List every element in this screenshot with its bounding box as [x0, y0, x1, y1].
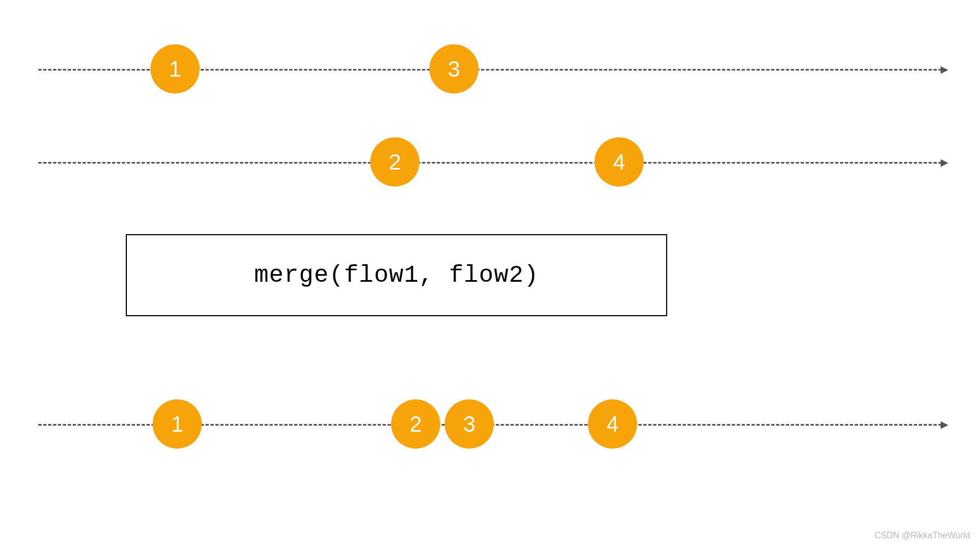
timeline-flow2	[38, 162, 942, 164]
marble-label: 3	[448, 57, 460, 82]
operator-box: merge(flow1, flow2)	[126, 234, 667, 316]
operator-label: merge(flow1, flow2)	[254, 262, 539, 289]
marble-label: 2	[389, 150, 401, 175]
marble-output-4: 4	[588, 399, 637, 449]
marble-label: 4	[606, 412, 619, 437]
marble-flow2-2: 2	[370, 137, 419, 187]
arrow-icon	[941, 66, 948, 74]
marble-output-3: 3	[445, 399, 494, 449]
marble-output-2: 2	[391, 399, 440, 449]
marble-flow1-3: 3	[429, 44, 479, 94]
merge-marble-diagram: 1 3 2 4 merge(flow1, flow2) 1 2 3 4 CSDN…	[0, 0, 980, 546]
marble-output-1: 1	[153, 399, 202, 449]
marble-label: 1	[171, 412, 183, 437]
marble-label: 1	[169, 57, 181, 82]
marble-flow1-1: 1	[150, 44, 200, 94]
marble-label: 3	[463, 412, 475, 437]
marble-label: 4	[613, 150, 625, 175]
marble-label: 2	[410, 412, 422, 437]
watermark-text: CSDN @RikkaTheWorld	[874, 531, 970, 541]
arrow-icon	[941, 159, 948, 167]
marble-flow2-4: 4	[594, 137, 644, 187]
arrow-icon	[941, 421, 948, 429]
